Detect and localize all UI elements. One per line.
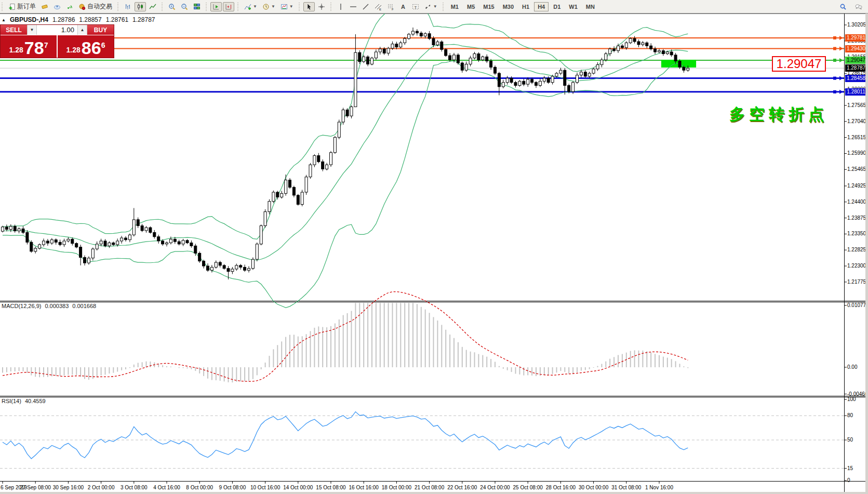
doc-plus-icon	[8, 3, 16, 10]
price-label: 1.28458	[845, 75, 867, 82]
timeframe-w1-button[interactable]: W1	[565, 2, 581, 11]
sell-price[interactable]: 1.28 78 7	[1, 35, 58, 58]
macd-tick: -0.004668	[847, 391, 868, 397]
chart-canvas[interactable]	[0, 14, 868, 494]
macd-indicator-label: MACD(12,26,9) 0.000383 0.001668	[2, 303, 96, 309]
mql5-storage-button[interactable]	[51, 2, 63, 11]
auto-scroll-button[interactable]	[210, 2, 222, 11]
line-chart-button[interactable]	[147, 2, 158, 11]
tile-windows-button[interactable]	[191, 2, 203, 11]
metaeditor-button[interactable]	[39, 2, 50, 11]
hline-icon	[350, 3, 357, 10]
price-label: 1.28011	[845, 88, 867, 96]
search-icon	[839, 3, 847, 10]
one-click-trading-panel: SELL ▼ 1.00 ▲ BUY 1.28 78 7 1.28 86 6	[0, 24, 114, 58]
current-price-label: 1.28787	[845, 64, 867, 72]
horizontal-line-button[interactable]	[348, 2, 359, 11]
zoom-out-icon	[181, 3, 188, 10]
toolbar: 新订单自动交易▼▼▼EFAT▼M1M5M15M30H1H4D1W1MN	[0, 0, 868, 14]
zoom-in-button[interactable]	[166, 2, 178, 11]
window-edge	[865, 14, 868, 494]
time-tick-label: 30 Sep 16:00	[53, 485, 84, 490]
trendline-button[interactable]	[360, 2, 371, 11]
bar-chart-button[interactable]	[122, 2, 133, 11]
timeframe-d1-button[interactable]: D1	[550, 2, 564, 11]
time-tick-label: 2 Oct 00:00	[88, 485, 115, 490]
price-callout-box[interactable]: 1.29047	[772, 56, 826, 72]
timeframe-m1-button[interactable]: M1	[447, 2, 462, 11]
zoom-out-button[interactable]	[179, 2, 190, 11]
arrows-button[interactable]: ▼	[422, 2, 439, 11]
sell-button[interactable]: SELL	[1, 25, 27, 35]
sell-price-big: 78	[24, 40, 44, 56]
price-tick: 1.22825	[847, 247, 866, 252]
channel-icon: E	[375, 3, 382, 10]
cursor-icon	[305, 3, 313, 10]
objects-group: EFAT▼	[333, 0, 441, 13]
volume-down-button[interactable]: ▼	[27, 25, 37, 35]
buy-price[interactable]: 1.28 86 6	[58, 35, 114, 58]
timeframe-h1-button[interactable]: H1	[518, 2, 533, 11]
signal-icon	[66, 3, 73, 10]
templates-button[interactable]: ▼	[278, 2, 296, 11]
search-button[interactable]	[837, 2, 849, 11]
ohlc-high: 1.28857	[79, 16, 101, 23]
text-label-button[interactable]: T	[410, 2, 421, 11]
rsi-tick: 15	[847, 465, 853, 471]
candles-icon	[137, 3, 144, 10]
periods-button[interactable]: ▼	[260, 2, 277, 11]
arrows-icon	[424, 3, 432, 10]
volume-input[interactable]: 1.00	[37, 25, 77, 35]
timeframe-h4-button[interactable]: H4	[534, 2, 549, 11]
timeframe-m30-button[interactable]: M30	[499, 2, 517, 11]
mt4-terminal: { "toolbar": { "groups": [ {"name":"trad…	[0, 0, 868, 494]
time-tick-label: 15 Oct 08:00	[316, 485, 345, 490]
price-tick: 1.21775	[847, 279, 866, 285]
ohlc-close: 1.28787	[132, 16, 155, 23]
clock-icon	[262, 3, 270, 10]
timeframe-m5-button[interactable]: M5	[463, 2, 478, 11]
time-tick-label: 31 Oct 08:00	[611, 485, 641, 490]
vertical-line-button[interactable]	[335, 2, 346, 11]
time-tick-label: 8 Oct 00:00	[186, 485, 213, 490]
text-button[interactable]: A	[397, 2, 409, 11]
timeframe-mn-button[interactable]: MN	[582, 2, 598, 11]
price-tick: 1.30205	[847, 22, 866, 28]
timeframe-m15-button[interactable]: M15	[479, 2, 498, 11]
turning-point-note[interactable]: 多空转折点	[729, 104, 828, 125]
dropdown-caret-icon: ▼	[253, 5, 257, 9]
price-tick: 1.23350	[847, 231, 866, 236]
price-tick: 1.27565	[847, 102, 866, 108]
crosshair-button[interactable]	[316, 2, 327, 11]
volume-up-button[interactable]: ▲	[77, 25, 87, 35]
new-order-button[interactable]: 新订单	[6, 2, 38, 11]
time-tick-label: 3 Oct 08:00	[121, 485, 148, 490]
toolbar-grip	[237, 3, 239, 11]
collapse-marker-icon[interactable]: ▲	[2, 18, 6, 22]
shift-icon	[225, 3, 232, 10]
chat-icon	[855, 3, 862, 10]
svg-text:F: F	[392, 7, 394, 10]
autotrading-button[interactable]: 自动交易	[76, 2, 114, 11]
scroll-group	[209, 0, 236, 13]
time-tick-label: 9 Oct 08:00	[219, 485, 246, 490]
indicators-button[interactable]: ▼	[242, 2, 259, 11]
line-chart-icon	[149, 3, 156, 10]
buy-button[interactable]: BUY	[87, 25, 114, 35]
channel-button[interactable]: E	[372, 2, 384, 11]
cursor-button[interactable]	[303, 2, 315, 11]
fibonacci-button[interactable]: F	[385, 2, 396, 11]
insert-group: ▼▼▼	[241, 0, 297, 13]
chat-button[interactable]	[853, 2, 864, 11]
chart-shift-button[interactable]	[223, 2, 234, 11]
globe-red-icon	[78, 3, 86, 10]
ohlc-open: 1.28786	[52, 16, 75, 23]
autotrading-button-label: 自动交易	[87, 2, 112, 11]
rsi-tick: 0	[847, 477, 850, 483]
time-tick-label: 24 Oct 00:00	[480, 485, 510, 490]
candlestick-button[interactable]	[135, 2, 146, 11]
macd-name: MACD(12,26,9)	[2, 303, 41, 309]
dropdown-caret-icon: ▼	[271, 5, 275, 9]
price-label: 1.29430	[845, 45, 867, 52]
signals-button[interactable]	[64, 2, 75, 11]
